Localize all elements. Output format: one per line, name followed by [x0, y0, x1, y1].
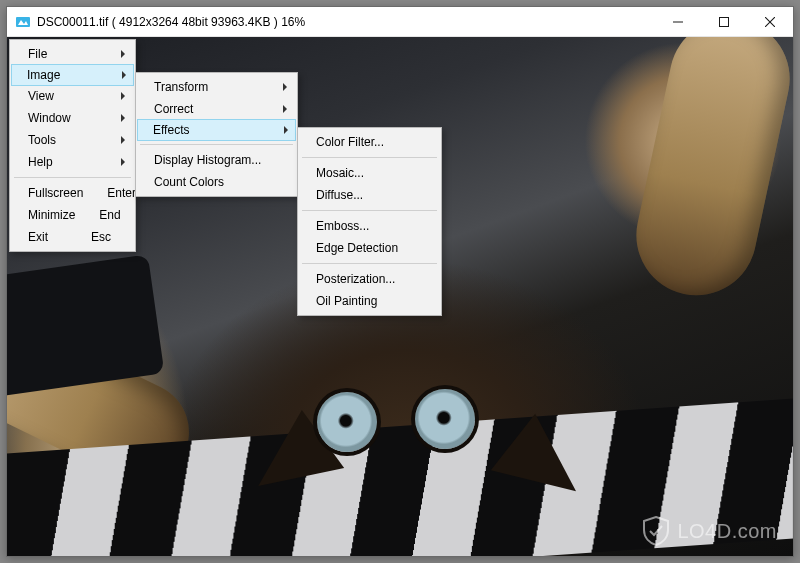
minimize-button[interactable]: [655, 7, 701, 36]
menu-item-display-histogram[interactable]: Display Histogram...: [138, 149, 295, 171]
menu-item-label: Window: [28, 111, 71, 125]
menu-item-label: Effects: [153, 123, 189, 137]
menu-item-label: Diffuse...: [316, 188, 363, 202]
menu-item-fullscreen[interactable]: Fullscreen Enter: [12, 182, 133, 204]
menu-item-label: Display Histogram...: [154, 153, 261, 167]
menu-item-minimize[interactable]: Minimize End: [12, 204, 133, 226]
submenu-effects: Color Filter... Mosaic... Diffuse... Emb…: [297, 127, 442, 316]
menu-item-label: Transform: [154, 80, 208, 94]
submenu-image: Transform Correct Effects Display Histog…: [135, 72, 298, 197]
menu-item-exit[interactable]: Exit Esc: [12, 226, 133, 248]
menu-item-window[interactable]: Window: [12, 107, 133, 129]
menu-item-label: Color Filter...: [316, 135, 384, 149]
menu-item-correct[interactable]: Correct: [138, 98, 295, 120]
menu-item-label: Emboss...: [316, 219, 369, 233]
menu-item-effects[interactable]: Effects: [137, 119, 296, 141]
window-title: DSC00011.tif ( 4912x3264 48bit 93963.4KB…: [37, 15, 305, 29]
menu-separator: [14, 177, 131, 178]
menu-item-label: File: [28, 47, 47, 61]
menu-separator: [302, 210, 437, 211]
menu-separator: [302, 263, 437, 264]
menu-item-posterization[interactable]: Posterization...: [300, 268, 439, 290]
menu-item-label: Fullscreen: [28, 186, 83, 200]
photo-decor: [625, 37, 793, 306]
menu-item-view[interactable]: View: [12, 85, 133, 107]
window-buttons: [655, 7, 793, 36]
menu-item-color-filter[interactable]: Color Filter...: [300, 131, 439, 153]
menu-item-label: View: [28, 89, 54, 103]
menu-item-mosaic[interactable]: Mosaic...: [300, 162, 439, 184]
menu-item-count-colors[interactable]: Count Colors: [138, 171, 295, 193]
menu-item-label: Posterization...: [316, 272, 395, 286]
menu-item-shortcut: End: [75, 208, 120, 222]
menu-item-label: Help: [28, 155, 53, 169]
menu-item-label: Oil Painting: [316, 294, 377, 308]
image-viewport[interactable]: File Image View Window Tools Help: [7, 37, 793, 556]
menu-item-shortcut: Enter: [83, 186, 136, 200]
menu-separator: [302, 157, 437, 158]
menu-item-shortcut: Esc: [67, 230, 111, 244]
svg-rect-3: [720, 17, 729, 26]
menu-item-label: Edge Detection: [316, 241, 398, 255]
menu-item-file[interactable]: File: [12, 43, 133, 65]
menu-item-label: Correct: [154, 102, 193, 116]
menu-item-label: Count Colors: [154, 175, 224, 189]
menu-separator: [140, 144, 293, 145]
menu-item-oil-painting[interactable]: Oil Painting: [300, 290, 439, 312]
titlebar: DSC00011.tif ( 4912x3264 48bit 93963.4KB…: [7, 7, 793, 37]
menu-item-image[interactable]: Image: [11, 64, 134, 86]
menu-item-label: Minimize: [28, 208, 75, 222]
menu-item-diffuse[interactable]: Diffuse...: [300, 184, 439, 206]
close-button[interactable]: [747, 7, 793, 36]
maximize-button[interactable]: [701, 7, 747, 36]
menu-item-label: Tools: [28, 133, 56, 147]
app-window: DSC00011.tif ( 4912x3264 48bit 93963.4KB…: [6, 6, 794, 557]
menu-item-help[interactable]: Help: [12, 151, 133, 173]
photo-decor: [317, 392, 377, 452]
menu-item-tools[interactable]: Tools: [12, 129, 133, 151]
menu-item-label: Exit: [28, 230, 48, 244]
menu-item-emboss[interactable]: Emboss...: [300, 215, 439, 237]
menu-item-transform[interactable]: Transform: [138, 76, 295, 98]
menu-item-label: Mosaic...: [316, 166, 364, 180]
photo-decor: [415, 389, 475, 449]
context-menu-main: File Image View Window Tools Help: [9, 39, 136, 252]
svg-rect-0: [16, 17, 30, 27]
app-icon: [15, 14, 31, 30]
menu-item-label: Image: [27, 68, 60, 82]
menu-item-edge-detection[interactable]: Edge Detection: [300, 237, 439, 259]
svg-rect-2: [673, 21, 683, 22]
